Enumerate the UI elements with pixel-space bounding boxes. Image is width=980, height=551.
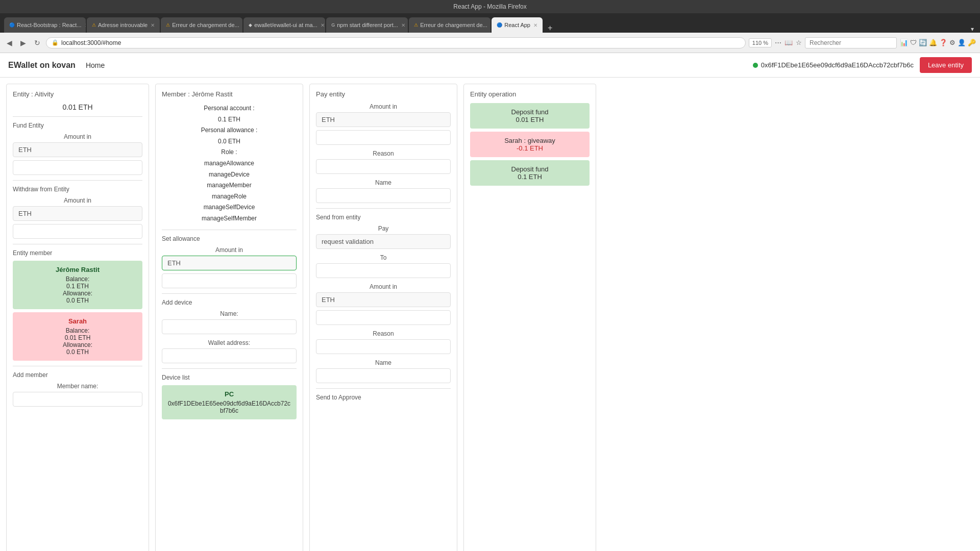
tab-icon-1: 🔵 xyxy=(9,22,15,28)
url-bar[interactable]: 🔒 localhost:3000/#home xyxy=(46,37,746,48)
member-detail: Personal account : 0.1 ETH Personal allo… xyxy=(162,103,297,224)
header-right: 0x6fF1DEbe1E65ee09dcf6d9aE16DAccb72cbf7b… xyxy=(753,57,972,73)
wallet-address-group: Wallet address: xyxy=(162,339,297,363)
withdraw-eth-input[interactable] xyxy=(13,206,142,221)
tab-close-7[interactable]: ✕ xyxy=(533,22,537,28)
app-header: EWallet on kovan Home 0x6fF1DEbe1E65ee09… xyxy=(0,53,980,78)
pay-name-input[interactable] xyxy=(316,188,451,203)
member-panel: Member : Jérôme Rastit Personal account … xyxy=(155,84,303,551)
tab-erreur-1[interactable]: ⚠ Erreur de chargement de... ✕ xyxy=(161,17,242,33)
pay-eth-input[interactable] xyxy=(316,112,451,127)
pay-name-group: Name xyxy=(316,179,451,203)
fund-eth-input[interactable] xyxy=(13,142,142,157)
send-reason-label: Reason xyxy=(316,330,451,337)
tab-npm[interactable]: G npm start different port... ✕ xyxy=(326,17,408,33)
tab-icon-2: ⚠ xyxy=(92,22,96,28)
eth-address-display: 0x6fF1DEbe1E65ee09dcf6d9aE16DAccb72cbf7b… xyxy=(753,61,914,69)
tab-close-1[interactable]: ✕ xyxy=(85,22,86,28)
send-amount-in-label: Amount in xyxy=(316,283,451,290)
history-icon[interactable]: 📊 xyxy=(900,39,908,46)
personal-allowance-label: Personal allowance : xyxy=(162,125,297,136)
zoom-level: 110 % xyxy=(749,38,772,47)
personal-account-label: Personal account : xyxy=(162,103,297,114)
tab-icon-6: ⚠ xyxy=(414,22,418,28)
tab-close-5[interactable]: ✕ xyxy=(401,22,405,28)
reader-view-button[interactable]: 📖 xyxy=(785,39,793,46)
tab-close-2[interactable]: ✕ xyxy=(151,22,155,28)
member-card-jerome[interactable]: Jérôme Rastit Balance: 0.1 ETH Allowance… xyxy=(13,261,142,309)
shield-icon[interactable]: 🛡 xyxy=(910,39,917,46)
send-reason-input[interactable] xyxy=(316,339,451,354)
op-item-2: Sarah : giveaway -0.1 ETH xyxy=(470,132,590,157)
app-title: EWallet on kovan xyxy=(8,61,76,70)
role-manage-member: manageMember xyxy=(162,180,297,191)
member-card-sarah[interactable]: Sarah Balance: 0.01 ETH Allowance: 0.0 E… xyxy=(13,312,142,361)
pay-to-label: To xyxy=(316,254,451,261)
key-icon[interactable]: 🔑 xyxy=(968,39,976,46)
new-tab-button[interactable]: + xyxy=(544,23,556,33)
op-title-2: Sarah : giveaway xyxy=(475,137,584,144)
fund-entity-label: Fund Entity xyxy=(13,122,142,129)
settings-icon[interactable]: ⚙ xyxy=(949,39,955,46)
tab-icon-4: ◆ xyxy=(249,22,252,28)
device-address-pc: 0x6fF1DEbe1E65ee09dcf6d9aE16DAccb72cbf7b… xyxy=(167,400,291,414)
pay-amount-in-label: Amount in xyxy=(316,103,451,110)
member-name-input[interactable] xyxy=(13,392,142,407)
pay-entity-title: Pay entity xyxy=(316,90,451,98)
bookmark-button[interactable]: ☆ xyxy=(796,39,802,46)
tab-list-button[interactable]: ▾ xyxy=(969,26,976,33)
send-amount-input[interactable] xyxy=(316,310,451,325)
wallet-address-input[interactable] xyxy=(162,348,297,363)
send-to-approve-label: Send to Approve xyxy=(316,394,451,401)
send-name-label: Name xyxy=(316,359,451,366)
tab-react-bootstrap[interactable]: 🔵 React-Bootstrap : React... ✕ xyxy=(4,17,86,33)
main-layout: Entity : Aitivity 0.01 ETH Fund Entity A… xyxy=(0,78,980,551)
pay-pay-input[interactable] xyxy=(316,234,451,249)
entity-member-label: Entity member xyxy=(13,249,142,257)
home-nav-link[interactable]: Home xyxy=(86,61,105,69)
member-balance-label-sarah: Balance: 0.01 ETH Allowance: 0.0 ETH xyxy=(18,327,137,356)
back-button[interactable]: ◀ xyxy=(4,37,15,48)
forward-button[interactable]: ▶ xyxy=(18,37,29,48)
send-from-entity-label: Send from entity xyxy=(316,214,451,221)
tab-ewallet[interactable]: ◆ ewallet/ewallet-ui at ma... ✕ xyxy=(243,17,325,33)
withdraw-amount-input[interactable] xyxy=(13,224,142,239)
set-allowance-eth-input[interactable] xyxy=(162,256,297,270)
tab-close-6[interactable]: ✕ xyxy=(491,22,491,28)
tab-close-3[interactable]: ✕ xyxy=(242,22,243,28)
tab-close-4[interactable]: ✕ xyxy=(321,22,325,28)
entity-panel: Entity : Aitivity 0.01 ETH Fund Entity A… xyxy=(6,84,149,551)
pay-pay-label: Pay xyxy=(316,225,451,232)
tab-adresse[interactable]: ⚠ Adresse introuvable ✕ xyxy=(87,17,160,33)
fund-amount-input[interactable] xyxy=(13,160,142,175)
navigation-bar: ◀ ▶ ↻ 🔒 localhost:3000/#home 110 % ⋯ 📖 ☆… xyxy=(0,33,980,53)
send-name-input[interactable] xyxy=(316,368,451,383)
pay-to-group: To xyxy=(316,254,451,278)
toolbar-icons: 📊 🛡 🔄 🔔 ❓ ⚙ 👤 🔑 xyxy=(900,39,976,46)
device-name-label: Name: xyxy=(162,310,297,317)
send-eth-input[interactable] xyxy=(316,292,451,307)
refresh-button[interactable]: ↻ xyxy=(32,37,43,48)
device-name-input[interactable] xyxy=(162,319,297,334)
search-input[interactable] xyxy=(805,37,897,48)
tab-erreur-2[interactable]: ⚠ Erreur de chargement de... ✕ xyxy=(409,17,491,33)
notification-icon[interactable]: 🔔 xyxy=(929,39,937,46)
add-device-label: Add device xyxy=(162,299,297,306)
op-value-3: 0.1 ETH xyxy=(475,173,584,181)
wallet-address-label: Wallet address: xyxy=(162,339,297,346)
pay-to-input[interactable] xyxy=(316,263,451,278)
leave-entity-button[interactable]: Leave entity xyxy=(920,57,972,73)
member-balance-label-jerome: Balance: 0.1 ETH Allowance: 0.0 ETH xyxy=(18,276,137,304)
fund-amount-group: Amount in xyxy=(13,133,142,175)
set-allowance-amount-input[interactable] xyxy=(162,273,297,288)
op-value-2: -0.1 ETH xyxy=(475,144,584,152)
sync-icon[interactable]: 🔄 xyxy=(919,39,927,46)
more-tools-button[interactable]: ⋯ xyxy=(775,39,781,46)
profile-icon[interactable]: 👤 xyxy=(958,39,966,46)
fund-amount-label: Amount in xyxy=(13,133,142,140)
pay-reason-input[interactable] xyxy=(316,159,451,174)
pay-amount-input[interactable] xyxy=(316,130,451,145)
tabs-bar: 🔵 React-Bootstrap : React... ✕ ⚠ Adresse… xyxy=(0,13,980,33)
tab-react-app[interactable]: 🔵 React App ✕ xyxy=(492,17,543,33)
help-icon[interactable]: ❓ xyxy=(939,39,947,46)
